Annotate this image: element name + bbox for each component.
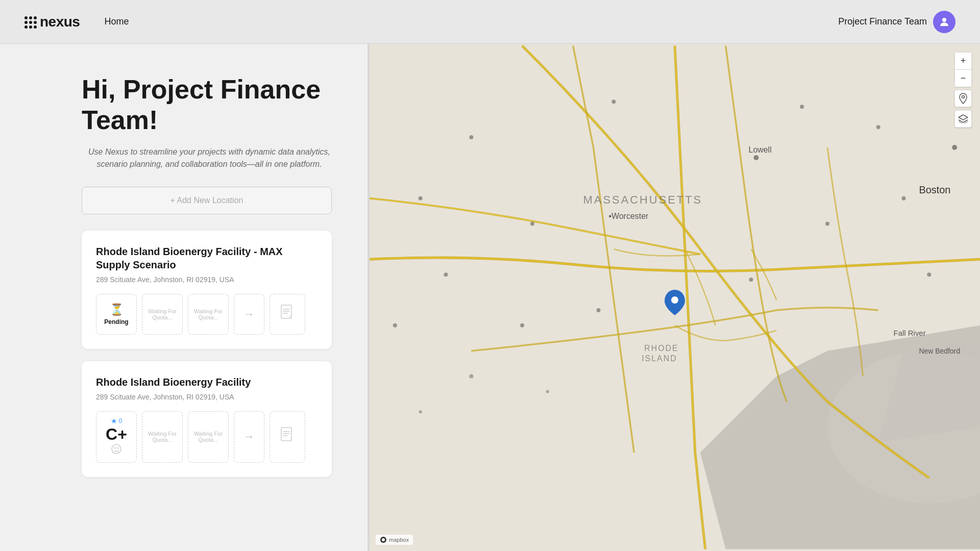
mapbox-attribution: mapbox	[376, 535, 413, 545]
status-row-1: ⏳ Pending Waiting ForQuota... Waiting Fo…	[96, 294, 317, 335]
svg-point-29	[546, 390, 549, 393]
zoom-in-button[interactable]: +	[954, 52, 972, 69]
main-content: Hi, Project Finance Team! Use Nexus to s…	[0, 44, 980, 551]
location-address-1: 289 Scituate Ave, Johnston, RI 02919, US…	[96, 276, 317, 284]
map-panel: MASSACHUSETTS RHODE ISLAND Lowell Boston…	[370, 44, 980, 551]
document-icon-2	[280, 427, 295, 446]
svg-point-3	[114, 447, 116, 448]
logo-dots	[24, 16, 36, 28]
svg-text:Boston: Boston	[919, 184, 950, 195]
status-card-waiting-4[interactable]: Waiting ForQuota...	[188, 411, 229, 463]
svg-point-22	[749, 278, 753, 282]
mapbox-logo-icon	[380, 536, 387, 543]
svg-point-26	[393, 323, 397, 328]
greeting-heading: Hi, Project Finance Team!	[82, 74, 337, 136]
svg-point-23	[597, 308, 601, 312]
svg-point-12	[611, 99, 616, 104]
grade-sub-icon	[111, 443, 122, 457]
map-svg: MASSACHUSETTS RHODE ISLAND Lowell Boston…	[370, 44, 980, 551]
location-title-2: Rhode Island Bioenergy Facility	[96, 375, 317, 389]
location-address-2: 289 Scituate Ave, Johnston, RI 02919, US…	[96, 393, 317, 401]
svg-point-24	[444, 272, 448, 277]
hero-subtitle: Use Nexus to streamline your projects wi…	[82, 146, 337, 170]
zoom-out-button[interactable]: −	[954, 69, 972, 87]
user-avatar[interactable]	[933, 11, 955, 33]
mapbox-label: mapbox	[389, 537, 409, 543]
arrow-icon-1: →	[243, 308, 255, 321]
grade-card[interactable]: ★ 0 C+	[96, 411, 137, 463]
svg-point-42	[382, 538, 385, 541]
logo[interactable]: nexus	[24, 14, 80, 30]
svg-point-19	[902, 196, 906, 201]
svg-point-28	[419, 410, 422, 413]
svg-point-39	[671, 296, 678, 304]
pin-icon	[959, 93, 968, 104]
svg-point-4	[117, 447, 119, 448]
svg-point-14	[419, 196, 423, 201]
waiting-label-4: Waiting ForQuota...	[194, 431, 223, 443]
status-card-waiting-2[interactable]: Waiting ForQuota...	[188, 294, 229, 335]
left-panel: Hi, Project Finance Team! Use Nexus to s…	[0, 44, 368, 551]
svg-point-13	[469, 135, 473, 139]
layers-icon	[958, 114, 968, 123]
svg-point-18	[952, 145, 957, 150]
user-area: Project Finance Team	[838, 11, 955, 33]
pending-label: Pending	[104, 318, 128, 325]
svg-point-20	[825, 221, 829, 226]
location-title-1: Rhode Island Bioenergy Facility - MAX Su…	[96, 245, 317, 271]
svg-text:•Worcester: •Worcester	[608, 212, 649, 220]
map-container[interactable]: MASSACHUSETTS RHODE ISLAND Lowell Boston…	[370, 44, 980, 551]
arrow-icon-2: →	[243, 430, 255, 443]
svg-text:New Bedford: New Bedford	[919, 347, 960, 355]
svg-point-2	[112, 444, 121, 454]
svg-text:ISLAND: ISLAND	[642, 354, 677, 363]
svg-text:RHODE: RHODE	[644, 344, 679, 353]
svg-point-25	[520, 323, 524, 328]
zoom-controls: + −	[954, 52, 972, 87]
layers-button[interactable]	[954, 110, 972, 128]
svg-point-16	[800, 105, 804, 109]
document-icon-1	[280, 305, 295, 324]
star-icon: ★	[111, 417, 117, 425]
status-row-2: ★ 0 C+ Waiting ForQuot	[96, 411, 317, 463]
arrow-card-2[interactable]: →	[234, 411, 264, 463]
svg-point-17	[876, 125, 880, 129]
svg-text:MASSACHUSETTS: MASSACHUSETTS	[583, 193, 703, 206]
location-card-2: Rhode Island Bioenergy Facility 289 Scit…	[82, 361, 332, 477]
map-controls: + −	[954, 52, 972, 128]
svg-point-11	[753, 155, 758, 160]
nav-home-link[interactable]: Home	[104, 16, 129, 27]
doc-card-2[interactable]	[270, 411, 305, 463]
svg-point-15	[530, 221, 534, 226]
svg-text:Lowell: Lowell	[749, 145, 772, 154]
grade-text: C+	[106, 426, 127, 442]
svg-rect-5	[281, 428, 291, 441]
star-row: ★ 0	[111, 417, 122, 425]
waiting-label-1: Waiting ForQuota...	[148, 308, 177, 320]
svg-point-27	[469, 374, 473, 378]
add-location-button[interactable]: + Add New Location	[82, 187, 332, 214]
status-card-pending[interactable]: ⏳ Pending	[96, 294, 137, 335]
app-header: nexus Home Project Finance Team	[0, 0, 980, 44]
svg-point-21	[927, 272, 931, 277]
svg-point-40	[962, 96, 965, 98]
hourglass-icon: ⏳	[110, 303, 124, 316]
status-card-waiting-3[interactable]: Waiting ForQuota...	[142, 411, 183, 463]
arrow-card-1[interactable]: →	[234, 294, 264, 335]
user-name: Project Finance Team	[838, 16, 927, 27]
doc-card-1[interactable]	[270, 294, 305, 335]
location-card-1: Rhode Island Bioenergy Facility - MAX Su…	[82, 231, 332, 349]
location-button[interactable]	[954, 90, 972, 107]
svg-text:Fall River: Fall River	[894, 329, 926, 337]
status-card-waiting-1[interactable]: Waiting ForQuota...	[142, 294, 183, 335]
star-count: 0	[119, 417, 122, 424]
waiting-label-3: Waiting ForQuota...	[148, 431, 177, 443]
svg-point-0	[942, 18, 946, 22]
waiting-label-2: Waiting ForQuota...	[194, 308, 223, 320]
